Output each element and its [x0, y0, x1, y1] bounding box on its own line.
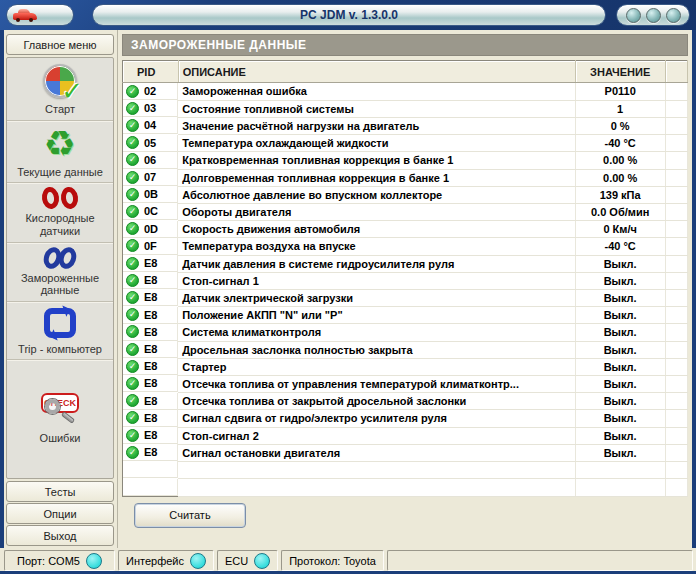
- column-header-value[interactable]: ЗНАЧЕНИЕ: [575, 61, 665, 83]
- pid-cell: ✓E8: [123, 410, 178, 427]
- pid-value: 0F: [144, 240, 157, 252]
- table-body: ✓02Замороженная ошибкаP0110✓03Состояние …: [123, 83, 688, 497]
- tests-button[interactable]: Тесты: [6, 481, 114, 502]
- extra-cell: [665, 255, 687, 272]
- description-cell: Кратковременная топливная коррекция в ба…: [178, 152, 575, 169]
- table-row[interactable]: ✓06Кратковременная топливная коррекция в…: [123, 152, 688, 169]
- start-pie-check-icon: ✓: [41, 62, 79, 100]
- sidebar-item-trip-computer[interactable]: Trip - компьютер: [7, 302, 113, 361]
- extra-cell: [665, 83, 687, 101]
- sidebar-item-label: Кислородные датчики: [8, 212, 112, 237]
- empty-cell: [123, 479, 178, 496]
- options-button[interactable]: Опции: [6, 503, 114, 524]
- table-row[interactable]: ✓0CОбороты двигателя0.0 Об/мин: [123, 203, 688, 220]
- table-row[interactable]: ✓E8Положение АКПП "N" или "P"Выкл.: [123, 307, 688, 324]
- extra-cell: [665, 117, 687, 134]
- column-header-description[interactable]: ОПИСАНИЕ: [178, 61, 575, 83]
- description-cell: Температура охлаждающей жидкости: [178, 135, 575, 152]
- pid-cell: ✓E8: [123, 289, 178, 306]
- table-row[interactable]: ✓E8СтартерВыкл.: [123, 358, 688, 375]
- extra-cell: [665, 375, 687, 392]
- table-row[interactable]: ✓0DСкорость движения автомобиля0 Км/ч: [123, 221, 688, 238]
- table-row[interactable]: ✓04Значение расчётной нагрузки на двигат…: [123, 117, 688, 134]
- sidebar-item-frozen-data[interactable]: Замороженные данные: [7, 243, 113, 302]
- sidebar-item-label: Замороженные данные: [8, 272, 112, 297]
- sidebar-item-start[interactable]: ✓ Старт: [7, 58, 113, 121]
- port-led-icon: [86, 553, 102, 569]
- extra-cell: [665, 393, 687, 410]
- statusbar: Порт: COM5 Интерфейс ECU Протокол: Toyot…: [0, 548, 696, 574]
- table-row[interactable]: ✓E8Отсечка топлива от управления темпера…: [123, 375, 688, 392]
- table-row[interactable]: ✓02Замороженная ошибкаP0110: [123, 83, 688, 101]
- table-row[interactable]: ✓0FТемпература воздуха на впуске-40 °C: [123, 238, 688, 255]
- ok-status-icon: ✓: [126, 411, 139, 424]
- table-row[interactable]: ✓0BАбсолютное давление во впускном колле…: [123, 186, 688, 203]
- description-cell: Замороженная ошибка: [178, 83, 575, 101]
- status-filler: [387, 550, 693, 571]
- pid-cell: ✓E8: [123, 358, 178, 375]
- sidebar-item-errors[interactable]: CHECK Ошибки: [7, 360, 113, 478]
- exit-button[interactable]: Выход: [6, 525, 114, 546]
- sidebar-bottom-buttons: Тесты Опции Выход: [6, 481, 114, 548]
- maximize-button[interactable]: [646, 8, 661, 23]
- sidebar-item-current-data[interactable]: ♻ Текущие данные: [7, 121, 113, 184]
- action-row: Считать: [122, 497, 688, 533]
- pid-value: 0C: [144, 205, 158, 217]
- description-cell: Отсечка топлива от закрытой дросельной з…: [178, 393, 575, 410]
- table-row[interactable]: ✓E8Дросельная заслонка полностью закрыта…: [123, 341, 688, 358]
- description-cell: Дросельная заслонка полностью закрыта: [178, 341, 575, 358]
- value-cell: Выкл.: [575, 427, 665, 444]
- page-title: ЗАМОРОЖЕННЫЕ ДАННЫЕ: [122, 34, 688, 56]
- table-row[interactable]: ✓E8Стоп-сигнал 2Выкл.: [123, 427, 688, 444]
- empty-cell: [665, 461, 687, 478]
- value-cell: 1: [575, 100, 665, 117]
- close-button[interactable]: [666, 8, 681, 23]
- trip-computer-icon: [42, 306, 78, 340]
- minimize-button[interactable]: [626, 8, 641, 23]
- read-button[interactable]: Считать: [134, 503, 246, 528]
- empty-cell: [123, 461, 178, 478]
- extra-cell: [665, 221, 687, 238]
- table-row[interactable]: ✓E8Стоп-сигнал 1Выкл.: [123, 272, 688, 289]
- window-controls: [616, 4, 690, 26]
- extra-cell: [665, 358, 687, 375]
- port-label: Порт: COM5: [17, 555, 80, 567]
- extra-cell: [665, 272, 687, 289]
- value-cell: 0.0 Об/мин: [575, 203, 665, 220]
- value-cell: Выкл.: [575, 324, 665, 341]
- status-ecu: ECU: [217, 550, 278, 571]
- extra-cell: [665, 238, 687, 255]
- table-row[interactable]: ✓E8Сигнал сдвига от гидро/электро усилит…: [123, 410, 688, 427]
- extra-cell: [665, 152, 687, 169]
- main-menu-button[interactable]: Главное меню: [6, 34, 114, 55]
- value-cell: Выкл.: [575, 375, 665, 392]
- ok-status-icon: ✓: [126, 360, 139, 373]
- table-row[interactable]: ✓07Долговременная топливная коррекция в …: [123, 169, 688, 186]
- table-row[interactable]: ✓E8Отсечка топлива от закрытой дросельно…: [123, 393, 688, 410]
- ok-status-icon: ✓: [126, 188, 139, 201]
- recycle-icon: ♻: [44, 125, 76, 163]
- description-cell: Датчик электрической загрузки: [178, 289, 575, 306]
- pid-cell: ✓E8: [123, 444, 178, 461]
- car-icon: [13, 9, 37, 22]
- table-row[interactable]: ✓E8Система климатконтроляВыкл.: [123, 324, 688, 341]
- value-cell: Выкл.: [575, 307, 665, 324]
- table-row[interactable]: ✓03Состояние топливной системы1: [123, 100, 688, 117]
- description-cell: Значение расчётной нагрузки на двигатель: [178, 117, 575, 134]
- window-body: Главное меню ✓ Старт ♻ Текущие данные Ки…: [4, 30, 692, 548]
- ok-status-icon: ✓: [126, 205, 139, 218]
- pid-value: E8: [144, 257, 157, 269]
- table-row[interactable]: ✓E8Датчик электрической загрузкиВыкл.: [123, 289, 688, 306]
- column-header-pid[interactable]: PID: [123, 61, 179, 83]
- value-cell: Выкл.: [575, 358, 665, 375]
- value-cell: -40 °C: [575, 238, 665, 255]
- table-row[interactable]: ✓E8Датчик давления в системе гидроусилит…: [123, 255, 688, 272]
- sidebar-item-oxygen-sensors[interactable]: Кислородные датчики: [7, 183, 113, 242]
- pid-cell: ✓E8: [123, 427, 178, 444]
- table-row[interactable]: ✓05Температура охлаждающей жидкости-40 °…: [123, 135, 688, 152]
- extra-cell: [665, 324, 687, 341]
- frozen-data-icon: [44, 247, 76, 269]
- table-row[interactable]: ✓E8Сигнал остановки двигателяВыкл.: [123, 444, 688, 461]
- empty-cell: [665, 479, 687, 497]
- protocol-label: Протокол: Toyota: [289, 555, 376, 567]
